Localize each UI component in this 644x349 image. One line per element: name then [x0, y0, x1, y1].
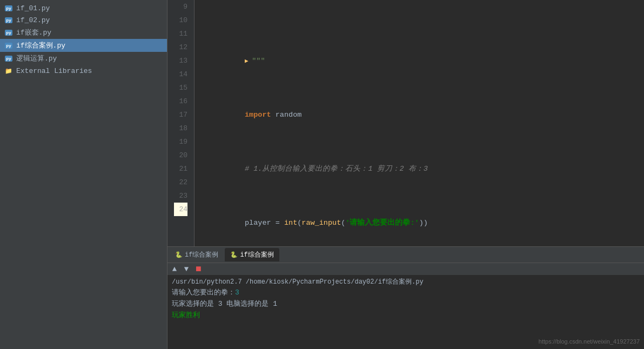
- line-numbers: 9 10 11 12 13 14 15 16 17 18 19 20 21 22…: [167, 0, 194, 246]
- code-line-9: ▶ """: [201, 41, 638, 54]
- sidebar-label-logic: 逻辑运算.py: [16, 53, 57, 63]
- console-stop-btn[interactable]: ⏹: [193, 264, 203, 274]
- ln-15: 15: [174, 81, 187, 95]
- console-input-val: 3: [235, 288, 239, 297]
- code-9-str: """: [252, 57, 265, 65]
- ln-20: 20: [174, 149, 187, 162]
- ln-16: 16: [174, 95, 187, 108]
- ln-11: 11: [174, 27, 187, 41]
- sidebar-label-ifcase: if综合案例.py: [16, 41, 65, 50]
- console-cmd-line: /usr/bin/python2.7 /home/kiosk/PycharmPr…: [172, 277, 640, 287]
- plain-12a: player =: [245, 219, 284, 227]
- ln-24: 24: [174, 203, 187, 216]
- code-container: 9 10 11 12 13 14 15 16 17 18 19 20 21 22…: [167, 0, 644, 246]
- sidebar-label-extlibs: External Libraries: [16, 67, 92, 75]
- sidebar-label-if02: if_02.py: [16, 16, 50, 24]
- plain-10: random: [271, 111, 302, 119]
- ln-19: 19: [174, 135, 187, 149]
- sidebar-item-extlibs[interactable]: 📁 External Libraries: [0, 65, 167, 77]
- ln-23: 23: [174, 189, 187, 203]
- gutter-9: ▶: [245, 58, 252, 64]
- console-down-btn[interactable]: ▼: [182, 264, 191, 274]
- sidebar-item-logic[interactable]: py 逻辑运算.py: [0, 52, 167, 65]
- ln-14: 14: [174, 68, 187, 81]
- console-area: ▲ ▼ ⏹ /usr/bin/python2.7 /home/kiosk/Pyc…: [167, 263, 644, 349]
- ln-12: 12: [174, 41, 187, 54]
- watermark: https://blog.csdn.net/weixin_41927237: [539, 338, 640, 345]
- ln-9: 9: [174, 0, 187, 14]
- sidebar-label-if01: if_01.py: [16, 4, 50, 12]
- code-lines[interactable]: ▶ """ import random # 1.从控制台输入要出的拳：石头：1 …: [194, 0, 644, 246]
- ln-21: 21: [174, 162, 187, 176]
- editor-area: 9 10 11 12 13 14 15 16 17 18 19 20 21 22…: [167, 0, 644, 349]
- ln-13: 13: [174, 54, 187, 68]
- console-up-btn[interactable]: ▲: [170, 264, 179, 274]
- main-area: py if_01.py py if_02.py py if嵌套.py py if…: [0, 0, 644, 349]
- sidebar-item-ifcase[interactable]: py if综合案例.py: [0, 39, 167, 52]
- ln-18: 18: [174, 122, 187, 135]
- tab-icon-2: 🐍: [230, 251, 238, 258]
- tab-icon-1: 🐍: [175, 251, 183, 258]
- ln-10: 10: [174, 14, 187, 27]
- console-input-line: 请输入您要出的拳：3: [172, 287, 640, 299]
- sidebar: py if_01.py py if_02.py py if嵌套.py py if…: [0, 0, 167, 349]
- console-input-label: 请输入您要出的拳：: [172, 288, 235, 297]
- tab-ifcase2[interactable]: 🐍 if综合案例: [225, 248, 279, 261]
- code-line-10: import random: [201, 95, 638, 108]
- kw-import: import: [245, 111, 271, 119]
- fn-int: int: [284, 219, 297, 227]
- sidebar-item-if02[interactable]: py if_02.py: [0, 14, 167, 26]
- folder-icon: 📁: [4, 66, 13, 75]
- py-file-icon: py: [4, 28, 13, 37]
- comment-11: # 1.从控制台输入要出的拳：石头：1 剪刀：2 布：3: [245, 165, 428, 173]
- console-output-line2: 玩家选择的是 3 电脑选择的是 1: [172, 299, 640, 310]
- str-12: '请输入您要出的拳:': [345, 219, 419, 227]
- py-file-icon: py: [4, 41, 13, 50]
- console-toolbar: ▲ ▼ ⏹: [167, 263, 644, 275]
- code-line-12: player = int(raw_input('请输入您要出的拳:')): [201, 203, 638, 216]
- tab-label-2: if综合案例: [240, 250, 273, 259]
- plain-12d: )): [419, 219, 428, 227]
- ln-17: 17: [174, 108, 187, 122]
- py-file-icon: py: [4, 4, 13, 12]
- tab-ifcase1[interactable]: 🐍 if综合案例: [170, 248, 224, 261]
- ln-22: 22: [174, 176, 187, 189]
- bottom-tabs: 🐍 if综合案例 🐍 if综合案例: [167, 246, 644, 263]
- code-line-11: # 1.从控制台输入要出的拳：石头：1 剪刀：2 布：3: [201, 149, 638, 162]
- fn-raw: raw_input: [301, 219, 341, 227]
- console-result-line: 玩家胜利: [172, 310, 640, 321]
- sidebar-item-if01[interactable]: py if_01.py: [0, 2, 167, 14]
- py-file-icon: py: [4, 54, 13, 63]
- tab-label-1: if综合案例: [185, 250, 218, 259]
- sidebar-label-ifnested: if嵌套.py: [16, 28, 51, 37]
- sidebar-item-ifnested[interactable]: py if嵌套.py: [0, 26, 167, 39]
- py-file-icon: py: [4, 16, 13, 24]
